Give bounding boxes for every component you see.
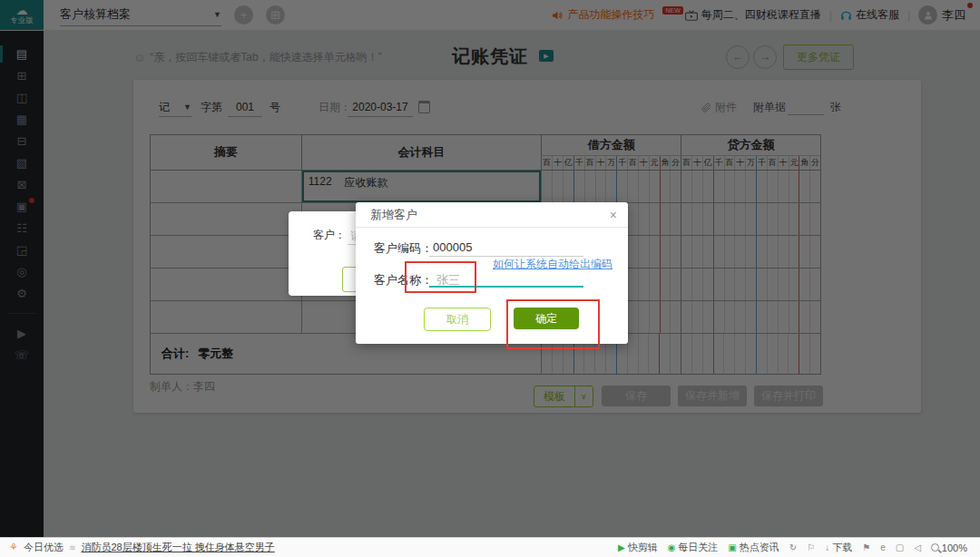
volume-icon: ◁ bbox=[914, 542, 921, 552]
browser-e-icon: e bbox=[880, 542, 886, 552]
app-screen: ☁ 专业版 客户核算档案 ▼ + ⊞ 产品功能操作技巧 NEW 每周二、四财税课… bbox=[0, 0, 980, 557]
double-chevron-icon: ≋ bbox=[69, 543, 76, 552]
daily-follow-label: 每日关注 bbox=[678, 541, 718, 554]
download-icon: ↓ bbox=[825, 542, 829, 552]
taskbar-item-zoom-level[interactable]: 100% bbox=[931, 542, 967, 553]
hot-news-label: 热点资讯 bbox=[740, 541, 779, 554]
news-headline-link[interactable]: 消防员28层楼顶生死一拉 拽住身体悬空男子 bbox=[81, 541, 274, 554]
quick-clip-label: 快剪辑 bbox=[628, 541, 658, 554]
taskbar-item-download[interactable]: ↓下载 bbox=[825, 541, 852, 554]
modal-header: 新增客户 × bbox=[356, 202, 628, 228]
taskbar-item-quick-clip[interactable]: ▶快剪辑 bbox=[618, 541, 658, 554]
history-icon: ↻ bbox=[789, 542, 797, 552]
taskbar-item-daily-follow[interactable]: ◉每日关注 bbox=[668, 541, 719, 554]
taskbar-item-volume[interactable]: ◁ bbox=[914, 542, 921, 552]
zoom-level-label: 100% bbox=[942, 542, 967, 553]
taskbar-item-window[interactable]: ▢ bbox=[896, 542, 904, 552]
browser-taskbar: ⚘ 今日优选 ≋ 消防员28层楼顶生死一拉 拽住身体悬空男子 ▶快剪辑◉每日关注… bbox=[0, 537, 980, 557]
hot-news-icon: ▣ bbox=[728, 542, 736, 552]
taskbar-item-pin[interactable]: ⚐ bbox=[807, 542, 815, 552]
taskbar-item-hot-news[interactable]: ▣热点资讯 bbox=[728, 541, 779, 554]
pin-icon: ⚐ bbox=[807, 542, 815, 552]
flag-icon: ⚑ bbox=[862, 542, 870, 552]
daily-follow-icon: ◉ bbox=[668, 542, 676, 552]
customer-code-label: 客户编码： bbox=[374, 240, 433, 257]
customer-label: 客户： bbox=[313, 228, 346, 243]
auto-code-link[interactable]: 如何让系统自动给出编码 bbox=[493, 257, 612, 272]
daily-picks-link[interactable]: 今日优选 bbox=[24, 541, 64, 554]
taskbar-item-history[interactable]: ↻ bbox=[789, 542, 797, 552]
taskbar-right: ▶快剪辑◉每日关注▣热点资讯↻⚐↓下载⚑e▢◁100% bbox=[618, 541, 980, 554]
close-icon[interactable]: × bbox=[610, 208, 617, 222]
annotation-box-name-field bbox=[405, 261, 476, 293]
magnifier-icon bbox=[931, 543, 939, 552]
download-label: 下载 bbox=[832, 541, 852, 554]
gift-icon: ⚘ bbox=[9, 542, 18, 553]
customer-code-input[interactable]: 000005 bbox=[433, 240, 472, 254]
annotation-box-confirm bbox=[506, 299, 600, 349]
window-icon: ▢ bbox=[896, 542, 904, 552]
cancel-button[interactable]: 取消 bbox=[424, 308, 491, 331]
taskbar-left: ⚘ 今日优选 ≋ 消防员28层楼顶生死一拉 拽住身体悬空男子 bbox=[0, 541, 275, 554]
quick-clip-icon: ▶ bbox=[618, 542, 625, 552]
taskbar-item-browser-e[interactable]: e bbox=[880, 542, 886, 552]
taskbar-item-flag[interactable]: ⚑ bbox=[862, 542, 870, 552]
modal-title: 新增客户 bbox=[370, 207, 417, 223]
